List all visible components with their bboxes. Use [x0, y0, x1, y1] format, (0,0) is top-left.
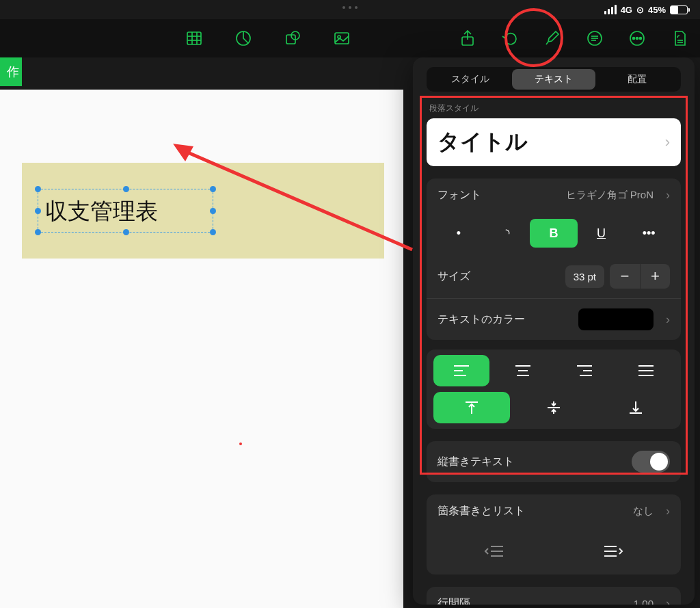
- rotation-lock-icon: ⊙: [636, 5, 644, 15]
- bold-button[interactable]: B: [530, 219, 578, 248]
- font-value: ヒラギノ角ゴ ProN: [566, 189, 654, 202]
- vertical-text-toggle[interactable]: [632, 451, 670, 473]
- svg-point-18: [640, 38, 642, 40]
- svg-point-16: [633, 38, 635, 40]
- align-left-button[interactable]: [433, 355, 489, 386]
- font-weight-light[interactable]: •: [435, 219, 483, 248]
- format-panel: スタイル テキスト 配置 段落スタイル タイトル › フォント ヒラギノ角ゴ P…: [413, 57, 695, 605]
- indent-button[interactable]: [554, 538, 673, 565]
- size-decrease-button[interactable]: −: [610, 264, 640, 289]
- size-label: サイズ: [438, 269, 470, 284]
- undo-icon[interactable]: [500, 29, 520, 48]
- status-bar: 4G ⊙ 45%: [604, 0, 688, 19]
- line-spacing-label: 行間隔: [438, 596, 470, 605]
- tab-arrange[interactable]: 配置: [595, 69, 679, 90]
- table-icon[interactable]: [185, 29, 204, 48]
- valign-bottom-button[interactable]: [597, 392, 674, 423]
- text-color-label: テキストのカラー: [438, 313, 525, 327]
- font-label: フォント: [438, 188, 481, 202]
- align-center-button[interactable]: [495, 355, 551, 386]
- title-text: 収支管理表: [38, 189, 213, 227]
- paragraph-style-label: 段落スタイル: [429, 103, 695, 114]
- svg-rect-0: [187, 32, 201, 44]
- valign-top-button[interactable]: [433, 392, 510, 423]
- battery-icon: [670, 5, 688, 14]
- document-icon[interactable]: [670, 29, 689, 48]
- chevron-right-icon: ›: [666, 596, 670, 605]
- size-value[interactable]: 33 pt: [565, 265, 604, 288]
- window-drag-indicator: [342, 6, 358, 9]
- italic-button[interactable]: ◝: [483, 219, 530, 248]
- sheet-tab-label: 作: [7, 64, 19, 80]
- chart-icon[interactable]: [234, 29, 253, 48]
- svg-point-17: [636, 38, 638, 40]
- chevron-right-icon: ›: [666, 188, 670, 202]
- more-styles-button[interactable]: •••: [625, 219, 673, 248]
- indent-row: [427, 528, 681, 574]
- more-icon[interactable]: [628, 29, 647, 48]
- shape-icon[interactable]: [283, 29, 302, 48]
- chevron-right-icon: ›: [666, 504, 670, 518]
- tab-style[interactable]: スタイル: [429, 69, 512, 90]
- chevron-right-icon: ›: [665, 133, 670, 151]
- paragraph-style-selector[interactable]: タイトル ›: [427, 118, 681, 166]
- format-tab-segmented: スタイル テキスト 配置: [427, 67, 681, 92]
- size-row: サイズ 33 pt − +: [427, 254, 681, 298]
- annotation-dot: [239, 442, 242, 445]
- battery-percentage: 45%: [648, 5, 666, 15]
- font-row[interactable]: フォント ヒラギノ角ゴ ProN ›: [427, 179, 681, 212]
- spreadsheet-canvas[interactable]: 収支管理表: [0, 90, 403, 608]
- format-brush-icon[interactable]: [543, 29, 562, 48]
- color-swatch: [578, 308, 654, 330]
- outdent-button[interactable]: [435, 538, 554, 565]
- align-justify-button[interactable]: [618, 355, 674, 386]
- bullets-label: 箇条書きとリスト: [438, 504, 525, 518]
- network-label: 4G: [621, 5, 632, 15]
- signal-icon: [604, 5, 617, 14]
- main-toolbar: [0, 19, 700, 57]
- text-color-row[interactable]: テキストのカラー ›: [427, 298, 681, 340]
- bullets-value: なし: [633, 505, 654, 518]
- align-right-button[interactable]: [556, 355, 612, 386]
- alignment-group: [427, 349, 681, 429]
- media-icon[interactable]: [332, 29, 351, 48]
- paragraph-style-value: タイトル: [438, 127, 528, 157]
- tab-text[interactable]: テキスト: [512, 69, 595, 90]
- comment-icon[interactable]: [585, 29, 604, 48]
- underline-button[interactable]: U: [578, 219, 625, 248]
- sheet-tab[interactable]: 作: [0, 57, 22, 86]
- share-icon[interactable]: [458, 29, 477, 48]
- vertical-text-label: 縦書きテキスト: [438, 455, 514, 469]
- size-increase-button[interactable]: +: [640, 264, 670, 289]
- font-style-row: • ◝ B U •••: [427, 212, 681, 254]
- valign-middle-button[interactable]: [515, 392, 592, 423]
- line-spacing-row[interactable]: 行間隔 1.00 ›: [427, 587, 681, 605]
- size-stepper: − +: [610, 264, 670, 289]
- line-spacing-value: 1.00: [634, 598, 654, 605]
- chevron-right-icon: ›: [666, 313, 670, 327]
- selected-text-box[interactable]: 収支管理表: [38, 189, 213, 233]
- vertical-text-row: 縦書きテキスト: [427, 441, 681, 482]
- bullets-row[interactable]: 箇条書きとリスト なし ›: [427, 494, 681, 528]
